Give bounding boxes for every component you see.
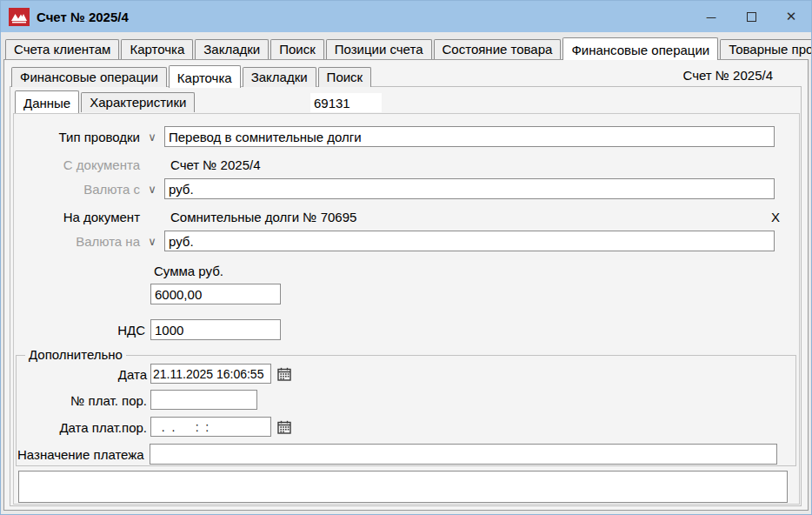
title-bar: Счет № 2025/4 ─ ✕	[1, 1, 811, 32]
from-doc-label: С документа	[10, 157, 140, 172]
invoice-number-label: Счет № 2025/4	[683, 68, 774, 83]
tab-client-invoices[interactable]: Счета клиентам	[5, 39, 119, 59]
payment-order-field[interactable]	[150, 390, 257, 410]
tab-invoice-positions[interactable]: Позиции счета	[326, 39, 432, 59]
tab-financial-operations-l2[interactable]: Финансовые операции	[11, 67, 167, 87]
chevron-down-icon: ∨	[148, 183, 156, 196]
tabstrip-level1: Счета клиентам Карточка Закладки Поиск П…	[5, 37, 812, 59]
tab-goods-postings[interactable]: Товарные проводки	[720, 39, 812, 59]
minimize-icon: ─	[707, 10, 716, 24]
amount-label: Сумма руб.	[154, 264, 223, 278]
tab-characteristics[interactable]: Характеристики	[81, 92, 195, 112]
extra-groupbox-legend: Дополнительно	[25, 347, 126, 362]
close-icon: ✕	[786, 9, 797, 24]
clear-to-doc-button[interactable]: X	[771, 210, 780, 224]
type-label: Тип проводки	[10, 130, 140, 144]
tab-card-l2[interactable]: Карточка	[169, 65, 241, 88]
tab-card-l1[interactable]: Карточка	[121, 39, 193, 59]
currency-to-field[interactable]	[164, 231, 775, 251]
to-doc-value: Сомнительные долги № 70695	[170, 210, 356, 224]
tab-financial-operations[interactable]: Финансовые операции	[562, 37, 718, 60]
tab-search-l1[interactable]: Поиск	[270, 39, 324, 59]
date-calendar-button[interactable]	[276, 365, 292, 383]
tab-goods-state[interactable]: Состояние товара	[434, 39, 562, 59]
tab-bookmarks-l2[interactable]: Закладки	[243, 67, 316, 87]
payment-date-label: Дата плат.пор.	[17, 420, 147, 435]
note-field[interactable]	[18, 471, 788, 503]
from-doc-value: Счет № 2025/4	[170, 157, 261, 172]
type-field[interactable]	[164, 126, 775, 147]
vat-label: НДС	[15, 323, 145, 338]
mountains-icon	[10, 10, 28, 23]
chevron-down-icon: ∨	[148, 130, 156, 144]
type-dropdown-button[interactable]: ∨	[142, 126, 163, 147]
record-id-field[interactable]	[310, 93, 382, 112]
amount-field[interactable]	[150, 284, 281, 304]
currency-to-label: Валюта на	[10, 234, 140, 249]
tab-search-l2[interactable]: Поиск	[318, 67, 372, 87]
app-window: Счет № 2025/4 ─ ✕ Счета клиентам Карточк…	[0, 0, 812, 515]
app-logo-icon	[9, 8, 30, 26]
maximize-button[interactable]	[731, 1, 771, 32]
tab-data[interactable]: Данные	[15, 90, 79, 113]
window-controls: ─ ✕	[691, 1, 811, 32]
tabstrip-level3: Данные Характеристики	[15, 90, 195, 112]
currency-from-dropdown-button[interactable]: ∨	[142, 178, 163, 199]
purpose-label: Назначение платежа	[17, 447, 144, 462]
calendar-icon	[277, 420, 291, 434]
window-title: Счет № 2025/4	[37, 10, 129, 24]
currency-from-label: Валюта с	[10, 182, 140, 197]
currency-to-dropdown-button[interactable]: ∨	[142, 231, 163, 251]
calendar-icon	[277, 367, 291, 381]
date-label: Дата	[17, 367, 147, 382]
payment-order-label: № плат. пор.	[17, 393, 147, 408]
maximize-icon	[747, 12, 756, 22]
minimize-button[interactable]: ─	[691, 1, 731, 32]
currency-from-field[interactable]	[164, 178, 775, 199]
date-field[interactable]	[150, 364, 271, 384]
vat-field[interactable]	[150, 319, 281, 340]
chevron-down-icon: ∨	[148, 235, 156, 248]
close-button[interactable]: ✕	[771, 1, 811, 32]
tabstrip-level2: Финансовые операции Карточка Закладки По…	[11, 65, 371, 87]
tab-bookmarks-l1[interactable]: Закладки	[195, 39, 269, 59]
payment-date-field[interactable]	[150, 417, 271, 437]
purpose-field[interactable]	[150, 444, 777, 465]
to-doc-label: На документ	[10, 210, 140, 224]
payment-date-calendar-button[interactable]	[276, 418, 292, 436]
